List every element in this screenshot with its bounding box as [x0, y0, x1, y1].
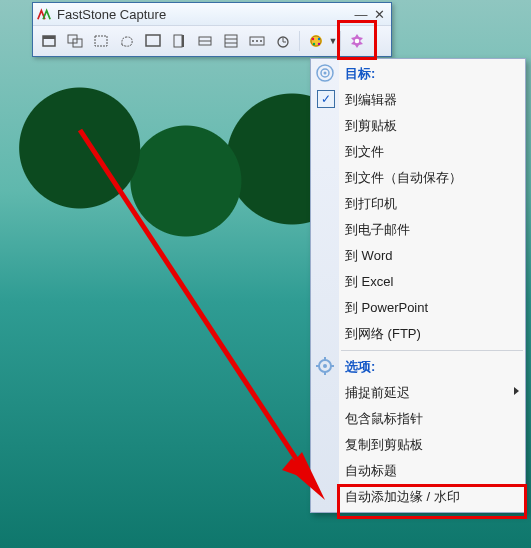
menu-header-target: 目标:: [311, 61, 525, 87]
capture-freehand-button[interactable]: [115, 29, 139, 53]
app-title: FastStone Capture: [57, 7, 351, 22]
menu-header-options: 选项:: [311, 354, 525, 380]
output-settings-dropdown-caret[interactable]: ▼: [330, 30, 336, 52]
capture-active-window-button[interactable]: [37, 29, 61, 53]
capture-fullscreen-button[interactable]: [141, 29, 165, 53]
svg-point-20: [310, 35, 322, 47]
menu-item-label: 到文件: [345, 144, 384, 159]
menu-item-to-clipboard[interactable]: 到剪贴板: [311, 113, 525, 139]
menu-item-label: 到编辑器: [345, 92, 397, 107]
menu-item-label: 到网络 (FTP): [345, 326, 421, 341]
menu-item-label: 到 PowerPoint: [345, 300, 428, 315]
output-dropdown-menu: 目标: ✓ 到编辑器 到剪贴板 到文件 到文件（自动保存） 到打印机 到电子邮件…: [310, 58, 526, 513]
svg-rect-6: [174, 35, 182, 47]
menu-item-label: 包含鼠标指针: [345, 411, 423, 426]
svg-point-24: [313, 43, 315, 45]
menu-header-target-label: 目标:: [345, 66, 375, 81]
svg-point-22: [312, 38, 314, 40]
menu-item-label: 到打印机: [345, 196, 397, 211]
screen-recorder-button[interactable]: [245, 29, 269, 53]
app-logo-icon: [37, 7, 51, 21]
svg-point-23: [318, 38, 320, 40]
svg-point-29: [324, 72, 327, 75]
menu-item-to-ftp[interactable]: 到网络 (FTP): [311, 321, 525, 347]
menu-item-copy-clipboard[interactable]: 复制到剪贴板: [311, 432, 525, 458]
menu-item-to-editor[interactable]: ✓ 到编辑器: [311, 87, 525, 113]
menu-item-auto-title[interactable]: 自动标题: [311, 458, 525, 484]
menu-item-label: 自动添加边缘 / 水印: [345, 489, 460, 504]
settings-button[interactable]: [345, 29, 369, 53]
svg-point-16: [260, 40, 262, 42]
svg-point-15: [256, 40, 258, 42]
svg-point-14: [252, 40, 254, 42]
menu-item-label: 到 Word: [345, 248, 392, 263]
menu-header-options-label: 选项:: [345, 359, 375, 374]
svg-point-26: [355, 39, 360, 44]
capture-window-object-button[interactable]: [63, 29, 87, 53]
capture-rect-button[interactable]: [89, 29, 113, 53]
capture-scrolling-button[interactable]: [167, 29, 191, 53]
close-button[interactable]: ✕: [371, 7, 387, 21]
menu-item-to-file-autosave[interactable]: 到文件（自动保存）: [311, 165, 525, 191]
capture-fixed-button[interactable]: [193, 29, 217, 53]
menu-item-to-file[interactable]: 到文件: [311, 139, 525, 165]
toolbar-separator: [299, 31, 300, 51]
svg-point-25: [318, 43, 320, 45]
capture-repeat-last-button[interactable]: [219, 29, 243, 53]
menu-item-to-word[interactable]: 到 Word: [311, 243, 525, 269]
menu-item-delay[interactable]: 捕捉前延迟: [311, 380, 525, 406]
svg-rect-1: [43, 36, 55, 39]
toolbar: ▼: [33, 26, 391, 56]
delay-button[interactable]: [271, 29, 295, 53]
menu-item-label: 到电子邮件: [345, 222, 410, 237]
minimize-button[interactable]: —: [353, 7, 369, 21]
menu-item-to-printer[interactable]: 到打印机: [311, 191, 525, 217]
menu-item-label: 复制到剪贴板: [345, 437, 423, 452]
menu-item-to-excel[interactable]: 到 Excel: [311, 269, 525, 295]
app-window: FastStone Capture — ✕ ▼: [32, 2, 392, 57]
svg-rect-10: [225, 35, 237, 47]
title-bar: FastStone Capture — ✕: [33, 3, 391, 26]
menu-item-label: 自动标题: [345, 463, 397, 478]
menu-separator: [341, 350, 523, 351]
target-icon: [315, 63, 335, 83]
menu-item-to-email[interactable]: 到电子邮件: [311, 217, 525, 243]
svg-point-31: [323, 364, 327, 368]
gear-icon: [315, 356, 335, 376]
menu-item-label: 到 Excel: [345, 274, 393, 289]
toolbar-separator: [340, 31, 341, 51]
check-icon: ✓: [317, 90, 335, 108]
menu-item-label: 捕捉前延迟: [345, 385, 410, 400]
svg-rect-5: [146, 35, 160, 46]
menu-item-auto-edge-watermark[interactable]: 自动添加边缘 / 水印: [311, 484, 525, 510]
output-settings-button[interactable]: [304, 29, 328, 53]
submenu-arrow-icon: [514, 387, 519, 395]
svg-rect-7: [182, 35, 184, 47]
menu-item-to-powerpoint[interactable]: 到 PowerPoint: [311, 295, 525, 321]
svg-rect-4: [95, 36, 107, 46]
menu-item-include-cursor[interactable]: 包含鼠标指针: [311, 406, 525, 432]
menu-item-label: 到剪贴板: [345, 118, 397, 133]
menu-item-label: 到文件（自动保存）: [345, 170, 462, 185]
